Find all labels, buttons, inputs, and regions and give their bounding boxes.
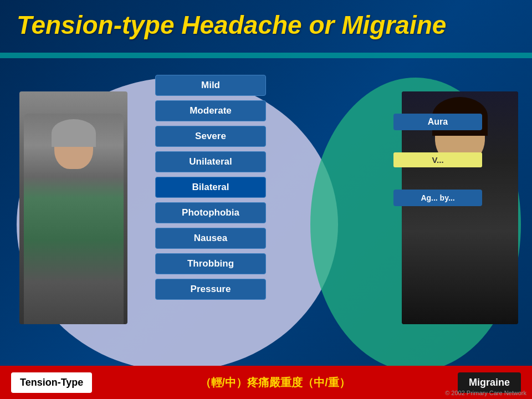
vomiting-label[interactable]: V... xyxy=(393,152,482,167)
moderate-button[interactable]: Moderate xyxy=(155,100,266,121)
copyright-text: © 2002 Primary Care Network xyxy=(445,390,526,396)
symptom-buttons-column: Mild Moderate Severe Unilateral Bilatera… xyxy=(155,75,266,300)
teal-accent-bar xyxy=(0,53,532,58)
pressure-button[interactable]: Pressure xyxy=(155,279,266,300)
tension-headache-photo xyxy=(19,91,127,324)
severe-button[interactable]: Severe xyxy=(155,126,266,147)
mild-button[interactable]: Mild xyxy=(155,75,266,96)
aggravated-label[interactable]: Ag... by... xyxy=(393,190,482,206)
bilateral-button[interactable]: Bilateral xyxy=(155,177,266,198)
content-area: Mild Moderate Severe Unilateral Bilatera… xyxy=(0,61,532,366)
throbbing-button[interactable]: Throbbing xyxy=(155,253,266,274)
unilateral-button[interactable]: Unilateral xyxy=(155,151,266,172)
severity-text: （輕/中）疼痛嚴重度（中/重） xyxy=(200,375,350,390)
nausea-button[interactable]: Nausea xyxy=(155,228,266,249)
page-title: Tension-type Headache or Migraine xyxy=(17,10,515,40)
aura-label[interactable]: Aura xyxy=(393,114,482,130)
migraine-specific-labels: Aura V... Ag... by... xyxy=(393,114,482,206)
photophobia-button[interactable]: Photophobia xyxy=(155,202,266,223)
tension-person-figure xyxy=(24,114,124,324)
tension-type-label: Tension-Type xyxy=(11,372,92,393)
